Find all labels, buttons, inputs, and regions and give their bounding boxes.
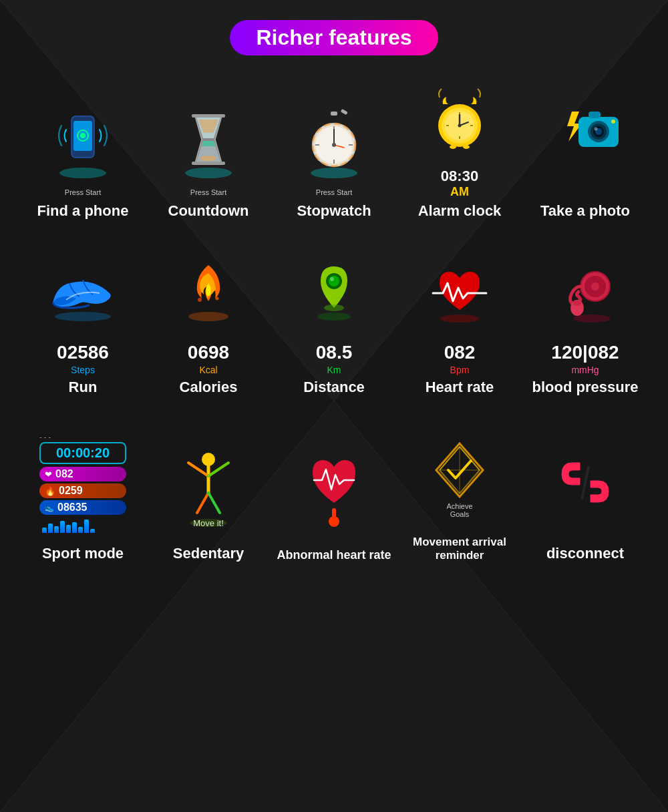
calories-name: Calories (180, 379, 238, 396)
svg-point-40 (450, 145, 456, 149)
heart-rate-value: 082 (444, 342, 476, 363)
stopwatch-name: Stopwatch (297, 202, 371, 220)
svg-point-29 (311, 168, 357, 178)
bp-name: blood pressure (532, 379, 639, 396)
feature-stopwatch: Press Start Stopwatch (274, 103, 394, 220)
feature-find-phone: Press Start Find a phone (23, 103, 143, 220)
svg-point-62 (591, 282, 599, 290)
svg-point-55 (329, 276, 339, 286)
distance-unit: Km (327, 365, 341, 375)
svg-rect-14 (192, 114, 225, 118)
find-phone-name: Find a phone (37, 202, 129, 220)
svg-point-12 (59, 168, 106, 178)
bp-unit: mmHg (571, 365, 599, 375)
svg-line-84 (582, 466, 589, 499)
feature-abnormal-heart: Abnormal heart rate (274, 446, 394, 562)
bp-value: 120|082 (551, 342, 619, 363)
sedentary-name: Sedentary (173, 545, 244, 562)
svg-point-50 (55, 312, 111, 321)
abnormal-heart-icon (294, 446, 374, 540)
svg-point-51 (198, 298, 202, 302)
run-steps-unit: Steps (71, 365, 95, 375)
feature-row-3: - - - 00:00:20 ❤ 082 🔥 0259 👟 08635 (13, 429, 655, 562)
svg-line-80 (460, 447, 480, 470)
disconnect-name: disconnect (546, 545, 624, 562)
camera-name: Take a photo (540, 202, 630, 220)
run-name: Run (69, 379, 98, 396)
stopwatch-icon (294, 103, 374, 183)
sport-mode-display: - - - 00:00:20 ❤ 082 🔥 0259 👟 08635 (36, 429, 130, 536)
feature-alarm: 08:30 AM Alarm clock (399, 82, 520, 220)
feature-row-2: 02586 Steps Run 0698 Kcal (13, 253, 655, 396)
feature-camera: Take a photo (525, 95, 645, 220)
run-steps-value: 02586 (57, 342, 109, 363)
sport-mode-name: Sport mode (42, 545, 124, 562)
disconnect-icon (545, 443, 625, 536)
svg-line-70 (197, 493, 208, 513)
svg-point-74 (329, 516, 339, 527)
svg-point-27 (332, 143, 336, 147)
heart-rate-icon (420, 253, 500, 333)
feature-distance: 08.5 Km Distance (274, 253, 394, 396)
alarm-icon (420, 82, 500, 162)
svg-text:Achieve: Achieve (446, 502, 472, 510)
feature-row-1: Press Start Find a phone (13, 82, 655, 220)
svg-point-16 (185, 168, 232, 178)
svg-point-66 (202, 453, 215, 466)
svg-point-56 (330, 277, 334, 281)
svg-point-65 (573, 315, 611, 323)
svg-point-41 (463, 145, 470, 149)
feature-heart-rate: 082 Bpm Heart rate (399, 253, 520, 396)
feature-disconnect: disconnect (525, 443, 645, 562)
svg-rect-43 (589, 112, 601, 118)
page-title-section: Richer features (13, 20, 655, 55)
svg-text:Goals: Goals (450, 510, 470, 518)
alarm-time-display: 08:30 AM (441, 168, 478, 199)
svg-point-11 (80, 133, 86, 138)
movement-reminder-icon: Achieve Goals (420, 433, 500, 527)
alarm-am-label: AM (441, 185, 478, 199)
feature-countdown: Press Start Countdown (148, 103, 269, 220)
calories-unit: Kcal (199, 365, 217, 375)
svg-rect-18 (341, 109, 348, 115)
abnormal-heart-name: Abnormal heart rate (277, 548, 391, 562)
feature-blood-pressure: 120|082 mmHg blood pressure (525, 253, 645, 396)
svg-line-71 (208, 493, 220, 513)
svg-point-58 (317, 313, 351, 321)
find-phone-press-label: Press Start (65, 188, 101, 196)
svg-point-57 (324, 304, 344, 311)
sport-heart-val: 082 (55, 468, 73, 480)
svg-point-64 (573, 300, 581, 306)
sport-time-display: 00:00:20 (56, 445, 110, 460)
svg-point-53 (188, 312, 228, 321)
feature-sport-mode: - - - 00:00:20 ❤ 082 🔥 0259 👟 08635 (23, 429, 143, 562)
svg-point-13 (200, 156, 216, 161)
distance-name: Distance (303, 379, 365, 396)
countdown-icon (168, 103, 248, 183)
svg-rect-75 (332, 508, 336, 518)
svg-point-39 (458, 124, 462, 128)
distance-value: 08.5 (316, 342, 353, 363)
svg-point-59 (440, 315, 480, 323)
alarm-time-value: 08:30 (441, 168, 478, 185)
svg-point-73 (190, 519, 227, 527)
calories-value: 0698 (188, 342, 229, 363)
heart-rate-name: Heart rate (426, 379, 494, 396)
camera-icon (545, 95, 625, 175)
sport-steps-val: 08635 (57, 501, 88, 514)
svg-point-49 (611, 120, 615, 124)
find-phone-icon (43, 103, 123, 183)
countdown-press-label: Press Start (190, 188, 226, 196)
movement-reminder-name: Movement arrival reminder (399, 536, 520, 562)
page-title: Richer features (230, 20, 439, 55)
sedentary-icon: Move it! (168, 443, 248, 536)
feature-sedentary: Move it! Sedentary (148, 443, 269, 562)
run-icon (43, 253, 123, 333)
stopwatch-press-label: Press Start (316, 188, 352, 196)
svg-line-81 (440, 447, 460, 470)
svg-rect-17 (331, 112, 337, 116)
countdown-name: Countdown (168, 202, 249, 220)
heart-rate-unit: Bpm (450, 365, 470, 375)
svg-rect-15 (192, 162, 225, 165)
feature-movement-reminder: Achieve Goals Movement arrival reminder (399, 433, 520, 562)
